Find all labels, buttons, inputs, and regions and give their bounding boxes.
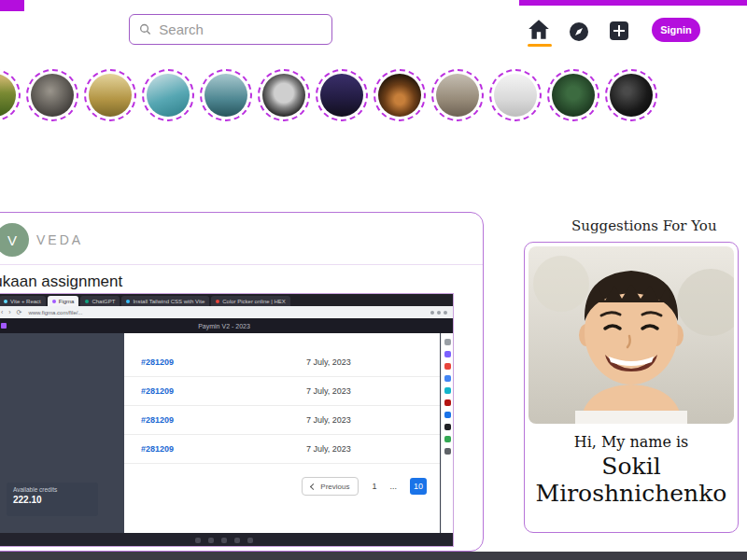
- story-avatar[interactable]: [200, 69, 252, 121]
- search-input[interactable]: [159, 21, 322, 37]
- order-date: 7 July, 2023: [306, 415, 351, 425]
- table-row: #281209 7 July, 2023: [124, 406, 440, 435]
- order-date: 7 July, 2023: [306, 444, 351, 454]
- signin-button[interactable]: Signin: [652, 18, 700, 42]
- top-left-accent: [0, 0, 24, 11]
- browser-url: www.figma.com/file/...: [28, 310, 426, 315]
- search-icon: [139, 22, 151, 36]
- app-screen: Signin V VEDA Dukaan assignment Vite + R…: [0, 0, 747, 560]
- story-avatar[interactable]: [0, 69, 21, 121]
- credits-value: 222.10: [13, 495, 92, 505]
- tab-favicon: [85, 300, 89, 303]
- story-avatar[interactable]: [26, 69, 78, 121]
- search-box: [129, 14, 332, 45]
- figma-toolbar-icons: [441, 333, 453, 533]
- home-active-indicator: [528, 44, 552, 47]
- browser-tab: Vite + React: [0, 296, 46, 306]
- post-username[interactable]: VEDA: [36, 232, 83, 247]
- story-avatar[interactable]: [142, 69, 194, 121]
- tab-favicon: [4, 300, 7, 303]
- order-id-link: #281209: [141, 444, 174, 454]
- browser-extension-icons: [430, 311, 447, 315]
- story-avatar[interactable]: [489, 69, 542, 121]
- suggestion-greeting: Hi, My name is: [529, 433, 734, 451]
- order-id-link: #281209: [141, 415, 174, 425]
- order-date: 7 July, 2023: [306, 386, 351, 396]
- story-avatar[interactable]: [374, 69, 426, 121]
- suggestions-title: Suggestions For You: [571, 217, 717, 234]
- available-credits-box: Available credits 222.10: [7, 483, 98, 516]
- suggestion-card: Hi, My name is Sokil Miroshnichenko: [524, 242, 739, 533]
- pagination: Previous 1 ... 10: [124, 477, 440, 496]
- page-number: 1: [372, 482, 376, 491]
- story-avatar[interactable]: [431, 69, 484, 121]
- figma-canvas: Available credits 222.10 #281209 7 July,…: [0, 333, 453, 533]
- credits-label: Available credits: [13, 486, 92, 493]
- suggestion-photo[interactable]: [529, 246, 734, 424]
- post-header: V VEDA: [0, 213, 483, 265]
- table-row: #281209 7 July, 2023: [124, 435, 440, 464]
- order-date: 7 July, 2023: [306, 357, 351, 367]
- browser-tab-active: Figma: [48, 296, 79, 306]
- browser-address-bar: ‹ › ⟳ www.figma.com/file/...: [0, 306, 453, 318]
- suggestion-last-name: Miroshnichenko: [529, 480, 734, 507]
- active-page-number: 10: [410, 478, 427, 495]
- story-avatar[interactable]: [258, 69, 310, 121]
- pagination-ellipsis: ...: [389, 482, 397, 491]
- table-row: #281209 7 July, 2023: [124, 377, 440, 406]
- bottom-bar: [0, 552, 747, 560]
- post-caption: Dukaan assignment: [0, 273, 122, 291]
- tab-favicon: [216, 300, 219, 303]
- suggestion-first-name: Sokil: [529, 453, 734, 480]
- browser-tab: Install Tailwind CSS with Vite: [121, 296, 209, 306]
- table-row: #281209 7 July, 2023: [124, 348, 440, 377]
- chevron-left-icon: [310, 483, 317, 489]
- orders-table-panel: #281209 7 July, 2023 #281209 7 July, 202…: [124, 333, 440, 533]
- previous-page-button: Previous: [302, 477, 359, 496]
- tab-favicon: [52, 300, 56, 303]
- explore-icon[interactable]: [569, 21, 589, 42]
- browser-nav-icons: ‹ › ⟳: [1, 309, 23, 316]
- stories-row: [0, 69, 657, 121]
- browser-tab-strip: Vite + React Figma ChatGPT Install Tailw…: [0, 294, 453, 306]
- browser-tab: Color Picker online | HEX: [211, 296, 290, 306]
- figma-file-title: Paymin V2 - 2023: [198, 323, 250, 329]
- taskbar: [0, 533, 453, 547]
- story-avatar[interactable]: [316, 69, 368, 121]
- post-avatar[interactable]: V: [0, 223, 29, 257]
- figma-title-bar: Paymin V2 - 2023: [0, 318, 453, 333]
- order-id-link: #281209: [141, 357, 174, 367]
- browser-tab: ChatGPT: [80, 296, 120, 306]
- order-id-link: #281209: [141, 386, 174, 396]
- top-right-accent: [519, 0, 747, 6]
- tab-favicon: [126, 300, 130, 303]
- post-image[interactable]: Vite + React Figma ChatGPT Install Tailw…: [0, 293, 454, 547]
- story-avatar[interactable]: [547, 69, 599, 121]
- home-icon[interactable]: [527, 19, 553, 47]
- figma-logo-icon: [1, 323, 7, 329]
- create-post-icon[interactable]: [610, 21, 628, 40]
- post-card: V VEDA Dukaan assignment Vite + React Fi…: [0, 212, 484, 552]
- story-avatar[interactable]: [84, 69, 136, 121]
- story-avatar[interactable]: [605, 69, 657, 121]
